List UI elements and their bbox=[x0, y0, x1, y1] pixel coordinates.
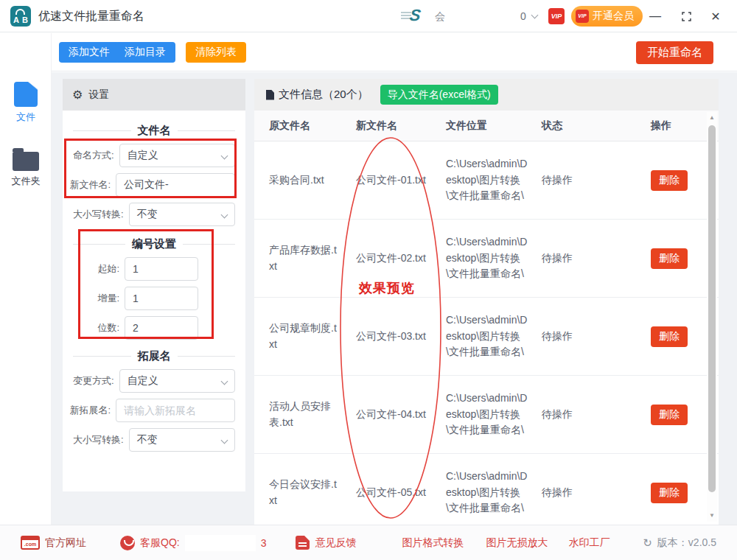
start-number-row: 起始: bbox=[73, 257, 235, 281]
support-qq[interactable]: 客服QQ: 3 bbox=[120, 535, 266, 551]
image-upscale-link[interactable]: 图片无损放大 bbox=[486, 536, 548, 550]
table-row: 采购合同.txt 公司文件-01.txt C:\Users\admin\Desk… bbox=[254, 141, 719, 220]
minimize-button[interactable]: — bbox=[646, 7, 665, 25]
naming-method-label: 命名方式: bbox=[73, 149, 114, 162]
add-files-button[interactable]: 添加文件 bbox=[59, 42, 119, 63]
new-filename-label: 新文件名: bbox=[69, 178, 111, 192]
col-original-name: 原文件名 bbox=[269, 119, 356, 133]
vertical-scrollbar[interactable]: ▲ ▼ bbox=[707, 112, 717, 522]
feedback-icon bbox=[296, 536, 310, 550]
ext-mode-row: 变更方式: 自定义 bbox=[73, 369, 235, 393]
section-title: 文件名 bbox=[138, 124, 171, 138]
website-icon: .com bbox=[21, 536, 40, 550]
section-extension: 拓展名 bbox=[73, 349, 235, 363]
add-folder-button[interactable]: 添加目录 bbox=[115, 42, 175, 63]
cell-status: 待操作 bbox=[542, 407, 615, 423]
cell-original-name: 公司规章制度.txt bbox=[269, 321, 337, 352]
settings-panel-header: ⚙ 设置 bbox=[63, 79, 245, 111]
col-new-name: 新文件名 bbox=[356, 119, 446, 133]
ext-case-select[interactable]: 不变 bbox=[129, 428, 235, 452]
cell-location: C:\Users\admin\Desktop\图片转换\文件批量重命名\ bbox=[446, 391, 530, 438]
scroll-up-arrow[interactable]: ▲ bbox=[707, 113, 717, 122]
image-format-convert-link[interactable]: 图片格式转换 bbox=[402, 536, 464, 550]
maximize-button[interactable] bbox=[677, 7, 696, 25]
filename-case-value: 不变 bbox=[137, 208, 158, 221]
increment-label: 增量: bbox=[97, 292, 119, 305]
qq-number-fragment: 3 bbox=[261, 537, 267, 549]
cell-location: C:\Users\admin\Desktop\图片转换\文件批量重命名\ bbox=[446, 156, 530, 204]
increment-input[interactable] bbox=[125, 287, 198, 310]
ext-mode-value: 自定义 bbox=[128, 374, 158, 388]
official-site-link[interactable]: .com 官方网址 bbox=[21, 536, 86, 550]
new-ext-input[interactable] bbox=[116, 399, 235, 422]
start-rename-button[interactable]: 开始重命名 bbox=[636, 41, 713, 64]
delete-button[interactable]: 删除 bbox=[651, 248, 688, 269]
start-number-input[interactable] bbox=[125, 257, 198, 281]
sidebar-item-files[interactable]: 文件 bbox=[0, 82, 52, 124]
version-label: 版本：v2.0.5 bbox=[657, 536, 716, 550]
delete-button[interactable]: 删除 bbox=[651, 483, 688, 503]
chevron-down-icon bbox=[221, 211, 228, 218]
naming-method-select[interactable]: 自定义 bbox=[119, 144, 235, 167]
titlebar: A B 优速文件批量重命名 S 会 0 VIP VIP 开通会员 — ✕ bbox=[0, 0, 737, 32]
refresh-icon[interactable]: ↻ bbox=[643, 536, 652, 550]
vip-icon: VIP bbox=[576, 10, 589, 23]
start-number-label: 起始: bbox=[97, 262, 119, 276]
cell-original-name: 产品库存数据.txt bbox=[269, 242, 337, 274]
ext-mode-select[interactable]: 自定义 bbox=[119, 369, 235, 393]
clear-list-button[interactable]: 清除列表 bbox=[186, 42, 246, 63]
logo-letter-b: B bbox=[22, 15, 28, 24]
app-title: 优速文件批量重命名 bbox=[38, 9, 144, 24]
scrollbar-thumb[interactable] bbox=[708, 125, 716, 492]
delete-button[interactable]: 删除 bbox=[651, 405, 688, 425]
member-text-fragment: 会 bbox=[435, 10, 445, 24]
gear-icon: ⚙ bbox=[72, 88, 83, 102]
case-convert-label: 大小写转换: bbox=[73, 208, 124, 221]
files-panel-title: 文件信息（20个） bbox=[279, 88, 368, 102]
filename-case-select[interactable]: 不变 bbox=[129, 203, 235, 226]
digits-input[interactable] bbox=[125, 316, 198, 340]
rename-arrow-icon bbox=[15, 9, 25, 15]
settings-title: 设置 bbox=[88, 88, 109, 102]
cell-new-name: 公司文件-04.txt bbox=[356, 407, 427, 423]
open-membership-button[interactable]: VIP 开通会员 bbox=[571, 6, 643, 27]
chevron-down-icon bbox=[221, 436, 228, 444]
settings-panel: ⚙ 设置 文件名 命名方式: 自定义 新文件名: 大小写转换: 不变 编号设置 bbox=[63, 79, 245, 491]
new-filename-input[interactable] bbox=[116, 173, 235, 197]
increment-row: 增量: bbox=[73, 287, 235, 310]
col-action: 操作 bbox=[615, 119, 699, 133]
preview-annotation-label: 效果预览 bbox=[359, 279, 415, 297]
col-status: 状态 bbox=[542, 119, 615, 133]
feedback-label: 意见反馈 bbox=[315, 536, 356, 550]
ext-mode-label: 变更方式: bbox=[73, 374, 114, 388]
watermark-factory-link[interactable]: 水印工厂 bbox=[568, 536, 609, 550]
sidebar-item-folders[interactable]: 文件夹 bbox=[0, 147, 52, 188]
chevron-down-icon[interactable] bbox=[531, 12, 539, 19]
cell-new-name: 公司文件-01.txt bbox=[356, 172, 427, 189]
delete-button[interactable]: 删除 bbox=[651, 170, 688, 191]
import-filenames-button[interactable]: 导入文件名(excel格式) bbox=[380, 85, 498, 105]
scroll-down-arrow[interactable]: ▼ bbox=[707, 511, 717, 520]
headset-icon bbox=[120, 536, 135, 550]
new-ext-label: 新拓展名: bbox=[69, 404, 111, 417]
close-button[interactable]: ✕ bbox=[706, 7, 725, 25]
censored-area bbox=[445, 6, 517, 25]
chevron-down-icon bbox=[221, 152, 228, 159]
side-nav: 文件 文件夹 bbox=[0, 33, 52, 525]
brand-s-icon: S bbox=[408, 6, 422, 25]
delete-button[interactable]: 删除 bbox=[651, 326, 688, 347]
table-row: 公司规章制度.txt 公司文件-03.txt C:\Users\admin\De… bbox=[254, 298, 719, 376]
new-filename-row: 新文件名: bbox=[73, 173, 235, 197]
file-icon bbox=[14, 82, 38, 107]
ext-case-label: 大小写转换: bbox=[73, 433, 124, 447]
ext-case-row: 大小写转换: 不变 bbox=[73, 428, 235, 452]
version-info: ↻ 版本：v2.0.5 bbox=[643, 536, 716, 550]
feedback-link[interactable]: 意见反馈 bbox=[296, 536, 356, 550]
section-title: 编号设置 bbox=[132, 237, 176, 251]
cell-new-name: 公司文件-03.txt bbox=[356, 329, 427, 345]
cell-original-name: 今日会议安排.txt bbox=[269, 477, 337, 508]
official-site-label: 官方网址 bbox=[45, 536, 86, 550]
cell-original-name: 采购合同.txt bbox=[269, 172, 337, 189]
cell-status: 待操作 bbox=[542, 172, 615, 189]
maximize-icon bbox=[682, 12, 691, 21]
